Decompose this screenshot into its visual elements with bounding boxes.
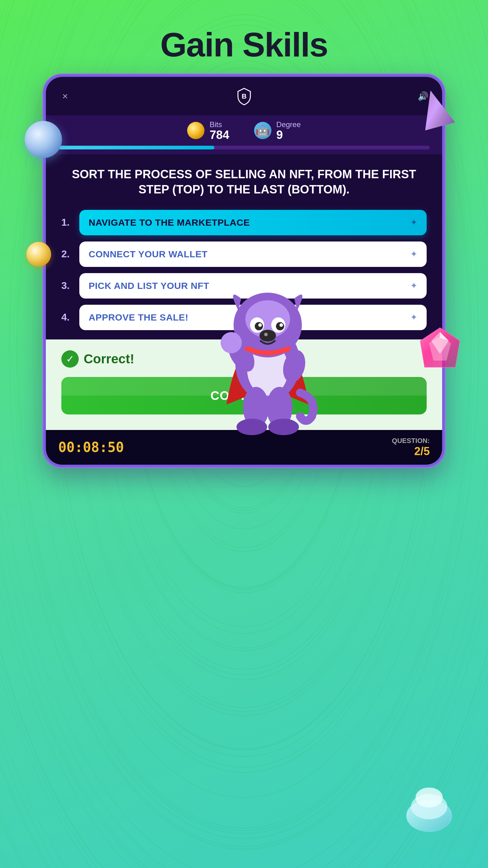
page-title: Gain Skills (0, 25, 488, 64)
drag-icon-3: ✦ (410, 281, 417, 291)
correct-panel: ✓ Correct! CONTINUE (46, 339, 442, 430)
timer-display: 00:08:50 (58, 439, 124, 455)
question-text: SORT THE PROCESS OF SELLING AN NFT, FROM… (61, 167, 427, 197)
gold-sphere-decoration (26, 242, 51, 267)
answer-row-2: 2. CONNECT YOUR WALLET ✦ (61, 242, 427, 267)
progress-bar-fill (58, 146, 215, 149)
svg-point-26 (268, 418, 299, 435)
answer-text-4: APPROVE THE SALE! (89, 312, 188, 323)
phone-frame: × B 🔊 Bits 784 🤖 Degree 9 (43, 74, 445, 467)
question-counter: QUESTION: 2/5 (392, 437, 430, 458)
answer-number-1: 1. (61, 217, 74, 228)
correct-text: Correct! (84, 351, 134, 366)
bits-stat: Bits 784 (187, 120, 229, 141)
answer-text-2: CONNECT YOUR WALLET (89, 249, 207, 259)
answer-button-1[interactable]: NAVIGATE TO THE MARKETPLACE ✦ (79, 210, 427, 235)
gem-decoration (417, 326, 463, 378)
answer-row-1: 1. NAVIGATE TO THE MARKETPLACE ✦ (61, 210, 427, 235)
sound-button[interactable]: 🔊 (416, 89, 430, 103)
answer-text-1: NAVIGATE TO THE MARKETPLACE (89, 217, 250, 228)
drag-icon-4: ✦ (410, 312, 417, 322)
answer-text-3: PICK AND LIST YOUR NFT (89, 281, 209, 291)
degree-label: Degree (276, 120, 301, 129)
diamond-decoration (401, 766, 457, 834)
svg-point-22 (221, 332, 242, 353)
answer-number-3: 3. (61, 280, 74, 291)
bits-value: 784 (209, 129, 229, 141)
question-counter-value: 2/5 (392, 445, 430, 458)
degree-stat: 🤖 Degree 9 (254, 120, 301, 141)
progress-bar-track (58, 146, 430, 149)
bits-icon (187, 122, 204, 139)
drag-icon-1: ✦ (410, 217, 417, 227)
degree-icon: 🤖 (254, 122, 271, 139)
svg-point-16 (258, 323, 261, 327)
close-button[interactable]: × (58, 89, 72, 103)
answer-number-4: 4. (61, 312, 74, 323)
phone-topbar: × B 🔊 (46, 77, 442, 115)
answer-button-2[interactable]: CONNECT YOUR WALLET ✦ (79, 242, 427, 267)
correct-check-icon: ✓ (61, 350, 79, 368)
svg-text:B: B (242, 92, 247, 100)
answer-number-2: 2. (61, 248, 74, 260)
blue-sphere-decoration (25, 121, 62, 158)
svg-point-6 (416, 787, 443, 808)
stats-bar: Bits 784 🤖 Degree 9 (46, 115, 442, 146)
progress-bar-container (46, 146, 442, 154)
svg-point-17 (280, 323, 283, 327)
degree-value: 9 (276, 129, 301, 141)
bits-label: Bits (209, 120, 229, 129)
mascot-dog (209, 275, 327, 430)
question-counter-label: QUESTION: (392, 437, 430, 445)
svg-point-25 (236, 418, 267, 435)
svg-point-19 (264, 333, 267, 336)
drag-icon-2: ✦ (410, 249, 417, 259)
svg-point-18 (259, 330, 276, 341)
app-logo: B (232, 84, 257, 108)
